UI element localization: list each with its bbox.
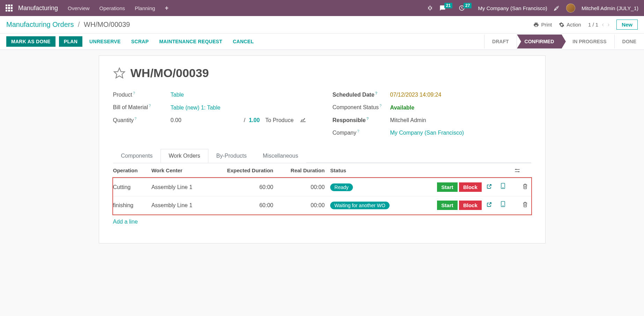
nav-add-icon[interactable]: +	[165, 5, 169, 12]
status-done[interactable]: DONE	[614, 35, 644, 48]
nav-overview[interactable]: Overview	[68, 5, 90, 11]
pager-next-icon[interactable]: ›	[607, 21, 609, 28]
plan-button[interactable]: PLAN	[59, 36, 82, 47]
svg-rect-4	[515, 169, 519, 170]
pager-prev-icon[interactable]: ‹	[602, 21, 604, 28]
help-icon[interactable]: ?	[357, 129, 359, 133]
qty-unit: To Produce	[265, 117, 294, 123]
start-button[interactable]: Start	[437, 182, 457, 192]
form-sheet: WH/MO/00039 Product? Table Bill of Mater…	[99, 55, 546, 243]
tab-byproducts[interactable]: By-Products	[208, 149, 255, 163]
nav-operations[interactable]: Operations	[99, 5, 125, 11]
bug-icon[interactable]	[427, 5, 433, 11]
compstatus-value: Available	[390, 105, 415, 111]
sched-label: Scheduled Date	[333, 92, 375, 98]
cell-expected: 60:00	[259, 184, 273, 190]
th-real: Real Duration	[291, 167, 325, 173]
breadcrumb-current: WH/MO/00039	[84, 21, 130, 28]
start-button[interactable]: Start	[437, 201, 457, 210]
help-icon[interactable]: ?	[134, 116, 136, 121]
status-badge: Ready	[330, 183, 353, 191]
nav-planning[interactable]: Planning	[135, 5, 155, 11]
unreserve-button[interactable]: UNRESERVE	[86, 36, 124, 47]
help-icon[interactable]: ?	[379, 104, 382, 108]
status-bar: DRAFT CONFIRMED IN PROGRESS DONE	[484, 35, 644, 48]
tools-icon[interactable]	[554, 5, 560, 11]
messages-badge: 21	[444, 3, 452, 8]
help-icon[interactable]: ?	[375, 91, 378, 95]
page-title: WH/MO/00039	[131, 66, 209, 80]
qty-label: Quantity	[113, 117, 134, 123]
tablet-icon[interactable]	[501, 183, 505, 189]
company-label: Company	[333, 130, 356, 136]
pager-text[interactable]: 1 / 1	[588, 22, 598, 28]
nav-menu: Overview Operations Planning +	[68, 5, 169, 12]
app-brand[interactable]: Manufacturing	[18, 5, 58, 12]
maintenance-button[interactable]: MAINTENANCE REQUEST	[156, 36, 226, 47]
help-icon[interactable]: ?	[367, 116, 369, 121]
forecast-icon[interactable]	[300, 117, 306, 122]
scrap-button[interactable]: SCRAP	[128, 36, 153, 47]
trash-icon[interactable]	[523, 183, 528, 189]
star-icon[interactable]	[113, 67, 126, 80]
qty-total[interactable]: 1.00	[249, 117, 260, 123]
add-line-button[interactable]: Add a line	[113, 215, 531, 229]
external-link-icon[interactable]	[487, 202, 492, 207]
trash-icon[interactable]	[523, 202, 528, 208]
external-link-icon[interactable]	[487, 184, 492, 189]
status-confirmed[interactable]: CONFIRMED	[517, 35, 562, 48]
th-workcenter: Work Center	[151, 167, 183, 173]
company-switcher[interactable]: My Company (San Francisco)	[478, 5, 547, 11]
block-button[interactable]: Block	[459, 182, 482, 192]
cell-operation: Cutting	[113, 184, 131, 190]
svg-rect-6	[515, 171, 519, 172]
th-status: Status	[330, 167, 346, 173]
breadcrumb: Manufacturing Orders / WH/MO/00039	[6, 21, 130, 29]
th-expected: Expected Duration	[227, 167, 273, 173]
help-icon[interactable]: ?	[133, 91, 135, 95]
table-row[interactable]: Cutting Assembly Line 1 60:00 00:00 Read…	[113, 178, 531, 196]
qty-done-input[interactable]	[171, 117, 240, 123]
apps-icon[interactable]	[6, 5, 13, 12]
bom-value[interactable]: Table (new) 1: Table	[171, 105, 221, 111]
tab-work-orders[interactable]: Work Orders	[161, 149, 208, 163]
svg-point-10	[503, 206, 503, 206]
cell-workcenter: Assembly Line 1	[151, 202, 192, 208]
cell-real: 00:00	[311, 184, 325, 190]
bom-label: Bill of Material	[113, 105, 148, 111]
block-button[interactable]: Block	[459, 201, 482, 210]
cell-workcenter: Assembly Line 1	[151, 184, 192, 190]
print-button[interactable]: Print	[533, 22, 552, 28]
product-label: Product	[113, 92, 132, 98]
action-button[interactable]: Action	[559, 22, 581, 28]
work-orders-table: Operation Work Center Expected Duration …	[113, 163, 531, 215]
tablet-icon[interactable]	[501, 201, 505, 207]
mark-done-button[interactable]: MARK AS DONE	[6, 36, 55, 47]
company-value[interactable]: My Company (San Francisco)	[390, 130, 464, 136]
gear-icon	[559, 22, 564, 28]
messages-icon[interactable]: 21	[439, 5, 452, 11]
breadcrumb-parent[interactable]: Manufacturing Orders	[6, 21, 74, 28]
table-row[interactable]: finishing Assembly Line 1 60:00 00:00 Wa…	[113, 196, 531, 215]
svg-point-0	[429, 7, 431, 9]
user-name[interactable]: Mitchell Admin (JULY_1)	[582, 5, 638, 11]
status-draft[interactable]: DRAFT	[484, 35, 516, 48]
svg-point-8	[503, 188, 503, 188]
qty-sep: /	[244, 117, 245, 123]
avatar[interactable]	[566, 3, 575, 13]
tab-misc[interactable]: Miscellaneous	[255, 149, 306, 163]
new-button[interactable]: New	[616, 20, 638, 30]
print-icon	[533, 22, 539, 28]
table-settings-icon[interactable]	[515, 168, 531, 173]
action-bar: MARK AS DONE PLAN UNRESERVE SCRAP MAINTE…	[0, 33, 644, 50]
cancel-button[interactable]: CANCEL	[229, 36, 257, 47]
responsible-value[interactable]: Mitchell Admin	[390, 117, 426, 123]
sched-value[interactable]: 07/12/2023 14:09:24	[390, 92, 442, 98]
help-icon[interactable]: ?	[149, 104, 151, 108]
product-value[interactable]: Table	[171, 92, 184, 98]
tab-components[interactable]: Components	[113, 149, 161, 163]
activities-icon[interactable]: 27	[459, 5, 472, 11]
top-nav: Manufacturing Overview Operations Planni…	[0, 0, 644, 16]
responsible-label: Responsible	[333, 117, 366, 123]
status-inprogress[interactable]: IN PROGRESS	[562, 35, 614, 48]
